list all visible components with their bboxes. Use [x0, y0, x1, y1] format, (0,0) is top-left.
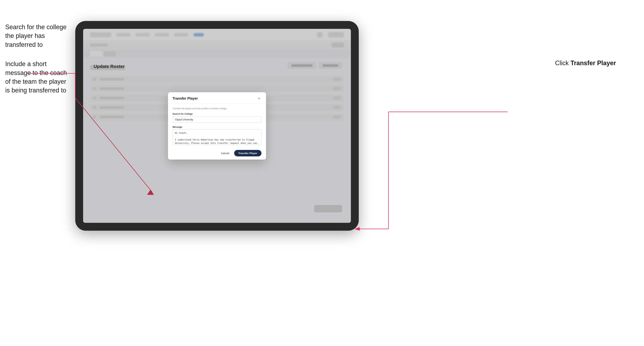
message-label: Message [172, 126, 262, 128]
modal-title: Transfer Player [172, 96, 198, 100]
close-icon[interactable]: ✕ [256, 96, 262, 101]
modal-header: Transfer Player ✕ [168, 92, 266, 104]
modal-body: Transfer the player and their profile to… [168, 104, 266, 148]
ipad-device: Update Roster Transfer Player ✕ Transfer… [75, 21, 359, 231]
annotation-search: Search for the college the player has tr… [5, 23, 72, 49]
annotation-right: Click Transfer Player [555, 59, 616, 67]
modal-footer: Cancel Transfer Player [168, 148, 266, 160]
search-college-label: Search for College [172, 113, 262, 115]
cancel-button[interactable]: Cancel [218, 150, 232, 156]
annotation-left: Search for the college the player has tr… [5, 23, 72, 95]
modal-subtitle: Transfer the player and their profile to… [172, 107, 262, 110]
message-textarea[interactable]: Hi Coach, I understand Chris Robertson h… [172, 129, 262, 145]
ipad-screen: Update Roster Transfer Player ✕ Transfer… [83, 29, 351, 223]
annotation-message: Include a short message to the coach of … [5, 60, 72, 95]
search-college-input[interactable] [172, 116, 262, 123]
transfer-player-modal: Transfer Player ✕ Transfer the player an… [168, 92, 266, 160]
modal-overlay: Transfer Player ✕ Transfer the player an… [83, 29, 351, 223]
transfer-player-button[interactable]: Transfer Player [234, 150, 262, 156]
